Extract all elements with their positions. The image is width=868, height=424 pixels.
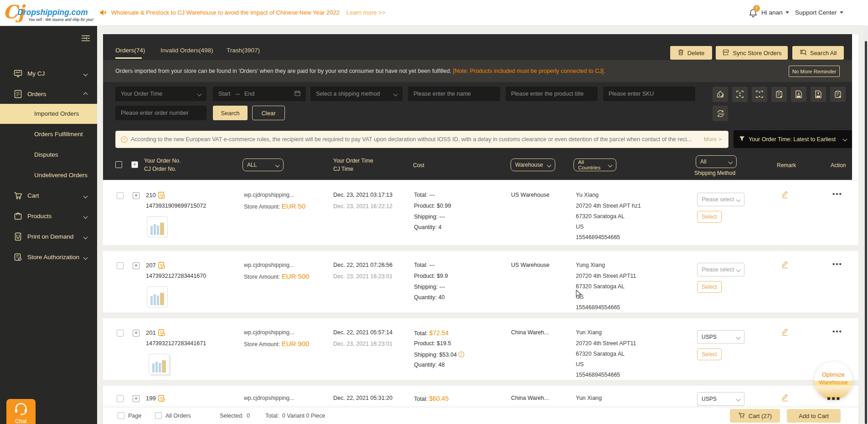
row-shipping-select[interactable]: Please select — [697, 193, 744, 206]
orders-icon — [14, 90, 22, 100]
select-all-checkbox[interactable] — [115, 161, 122, 168]
store-sync-icon — [722, 49, 729, 57]
order-note-icon[interactable] — [158, 328, 165, 338]
learn-more-link[interactable]: Learn more >> — [346, 9, 385, 16]
edit-remark-icon[interactable] — [781, 190, 789, 200]
active-tab-underline — [115, 57, 142, 59]
edit-address-icon[interactable] — [713, 87, 728, 102]
sidebar-item-print-on-demand[interactable]: Print on Demand — [0, 227, 97, 247]
select-shipping-button[interactable]: Select — [697, 281, 722, 293]
sidebar-item-cart[interactable]: Cart — [0, 186, 97, 206]
store-name: wp.cjdropshipping... — [244, 262, 294, 268]
sidebar-item-disputes[interactable]: Disputes — [34, 151, 58, 158]
support-center-menu[interactable]: Support Center — [795, 9, 843, 16]
cancel-order-icon[interactable] — [830, 87, 846, 102]
optimize-drag-dots[interactable]: ■■■ — [827, 395, 841, 402]
all-orders-checkbox[interactable] — [155, 412, 162, 419]
vat-more-link[interactable]: More > — [704, 136, 722, 143]
delete-button[interactable]: Delete — [670, 46, 712, 60]
no-more-reminder-button[interactable]: No More Reminder — [789, 66, 840, 77]
search-button[interactable]: Search — [213, 106, 248, 120]
shipping-warning-icon[interactable] — [458, 352, 465, 358]
product-thumbnail[interactable] — [147, 216, 168, 237]
sku-input[interactable]: Please enter SKU — [603, 87, 695, 101]
shipping-method-filter[interactable]: All — [696, 155, 737, 168]
optimize-warehouse-button[interactable]: Optimize Warehouse — [814, 362, 852, 400]
order-note-icon[interactable] — [158, 394, 165, 404]
chevron-up-icon — [83, 92, 88, 97]
funnel-icon — [739, 135, 745, 143]
expand-all-icon[interactable] — [732, 87, 748, 102]
sidebar-item-orders[interactable]: Orders — [0, 84, 97, 104]
row-actions-button[interactable]: ••• — [832, 260, 842, 268]
sidebar-item-my-cj[interactable]: My CJ — [0, 64, 97, 84]
sidebar-item-products[interactable]: Products — [0, 206, 97, 226]
sort-order-dropdown[interactable]: Your Order Time: Latest to Earliest — [734, 130, 852, 148]
edit-remark-icon[interactable] — [781, 327, 789, 338]
cart-button[interactable]: Cart (27) — [730, 409, 780, 423]
chevron-down-icon — [197, 92, 202, 96]
product-thumbnail[interactable] — [149, 354, 170, 375]
row-shipping-select[interactable]: Please select — [697, 263, 744, 276]
create-order-icon[interactable] — [771, 87, 787, 102]
shipping-method-select[interactable]: Select a shipping method — [310, 87, 403, 101]
upload-excel-icon[interactable] — [811, 87, 826, 102]
edit-remark-icon[interactable] — [781, 260, 789, 271]
order-note-icon[interactable] — [158, 191, 165, 201]
speaker-icon — [99, 9, 107, 18]
search-all-button[interactable]: Search All — [792, 46, 844, 60]
expand-row-button[interactable]: + — [133, 395, 140, 402]
row-checkbox[interactable] — [117, 395, 124, 402]
select-shipping-button[interactable]: Select — [697, 348, 722, 360]
countries-filter[interactable]: All Countries — [574, 158, 616, 171]
chat-button[interactable]: Chat — [6, 399, 36, 424]
expand-all-rows-button[interactable]: + — [131, 161, 138, 168]
row-shipping-select[interactable]: USPS — [697, 330, 744, 344]
download-excel-icon[interactable] — [791, 87, 806, 102]
row-checkbox[interactable] — [117, 262, 124, 269]
your-order-time: Dec. 23, 2021 03:17:13 — [333, 192, 393, 198]
order-time-select[interactable]: Your Order Time — [115, 87, 207, 101]
selection-footer: Page All Orders Selected: 0 Total: 0 Var… — [103, 408, 858, 424]
user-menu[interactable]: Hi anan — [761, 9, 789, 16]
sync-store-orders-button[interactable]: Sync Store Orders — [716, 46, 788, 60]
expand-row-button[interactable]: + — [133, 330, 140, 337]
order-status-filter[interactable]: ALL — [243, 158, 284, 171]
product-title-input[interactable]: Please enter the product title — [506, 87, 598, 101]
customer-address2: 67320 Saratoga AL — [576, 351, 625, 357]
expand-row-button[interactable]: + — [133, 262, 140, 269]
edit-remark-icon[interactable] — [781, 393, 789, 404]
scrollbar-thumb[interactable] — [865, 41, 867, 424]
row-shipping-select[interactable]: USPS — [697, 392, 744, 406]
tab-invalid-orders[interactable]: Invalid Orders(498) — [160, 47, 213, 54]
tab-trash[interactable]: Trash(3907) — [227, 47, 260, 54]
sidebar-item-store-authorization[interactable]: Store Authorization — [0, 247, 97, 267]
product-thumbnail[interactable] — [147, 286, 168, 307]
page-checkbox[interactable] — [118, 412, 124, 419]
info-icon — [121, 136, 128, 145]
expand-row-button[interactable]: + — [133, 192, 140, 199]
row-checkbox[interactable] — [117, 192, 124, 199]
row-actions-button[interactable]: ••• — [832, 327, 842, 335]
row-actions-button[interactable]: ••• — [832, 190, 842, 198]
collapse-all-icon[interactable] — [752, 87, 767, 102]
col-cost: Cost — [413, 162, 424, 169]
tab-orders[interactable]: Orders(74) — [115, 47, 145, 54]
order-note-icon[interactable] — [158, 261, 165, 271]
order-number-input[interactable]: Please enter order number — [115, 106, 207, 120]
sidebar-item-imported-orders[interactable]: Imported Orders — [0, 104, 97, 124]
sidebar-item-orders-fulfillment[interactable]: Orders Fulfillment — [34, 131, 83, 138]
name-input[interactable]: Please enter the name — [408, 87, 500, 101]
ioss-sync-icon[interactable]: IOSS — [713, 106, 728, 121]
sidebar-item-undelivered-orders[interactable]: Undelivered Orders — [34, 172, 88, 179]
logo-brand-name[interactable]: Dropshipping.com — [17, 8, 88, 17]
warehouse-filter[interactable]: Warehouse — [511, 158, 555, 171]
chevron-down-icon — [83, 255, 88, 260]
sidebar-collapse-icon[interactable] — [81, 35, 90, 44]
clear-button[interactable]: Clear — [252, 106, 285, 120]
date-range-picker[interactable]: Start ⇀ End — [213, 87, 306, 101]
select-shipping-button[interactable]: Select — [697, 211, 722, 223]
store-name: wp.cjdropshipping... — [244, 329, 294, 336]
row-checkbox[interactable] — [117, 330, 124, 337]
add-to-cart-button[interactable]: Add to Cart — [787, 409, 841, 423]
